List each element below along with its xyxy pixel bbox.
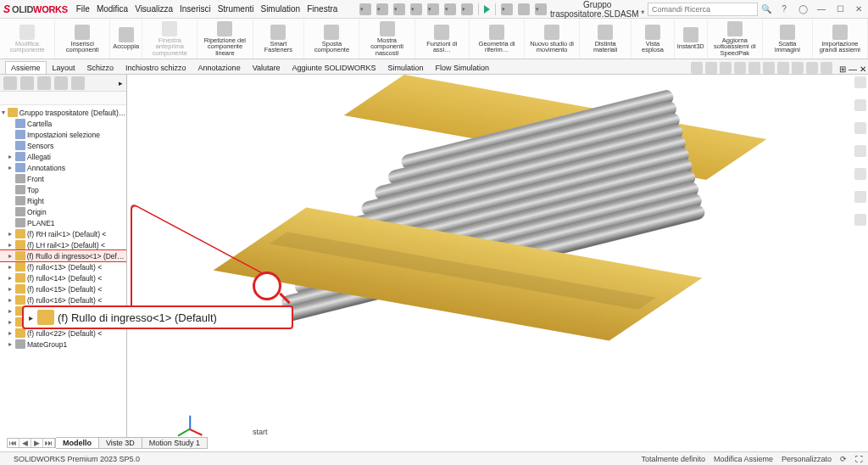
resources-icon[interactable] bbox=[854, 76, 866, 88]
save-icon[interactable] bbox=[410, 3, 422, 15]
display-manager-tab[interactable] bbox=[71, 76, 85, 90]
ribbon-distinta-materiali[interactable]: Distinta materiali bbox=[580, 19, 632, 59]
tree-item[interactable]: Front bbox=[0, 173, 126, 184]
ribbon-mostra-componenti-na[interactable]: Mostra componenti nascosti bbox=[359, 19, 415, 59]
ribbon-aggiorna-sottoassiem[interactable]: Aggiorna sottoassiemi di SpeedPak bbox=[708, 19, 763, 59]
ribbon-sposta-componente[interactable]: Sposta componente bbox=[304, 19, 359, 59]
tree-root[interactable]: ▾ Gruppo traspositatore (Default) <Displ… bbox=[0, 107, 126, 118]
help-icon[interactable]: ? bbox=[778, 4, 790, 14]
ribbon-smart-fasteners[interactable]: Smart Fasteners bbox=[253, 19, 305, 59]
tree-item[interactable]: ▸Allegati bbox=[0, 151, 126, 162]
view-settings-icon[interactable] bbox=[821, 62, 832, 74]
conveyor-model[interactable] bbox=[225, 107, 801, 361]
minimize-button[interactable]: — bbox=[815, 4, 827, 14]
btab-motion-study-1[interactable]: Motion Study 1 bbox=[142, 437, 208, 449]
ribbon-instant-d[interactable]: Instant3D bbox=[675, 19, 708, 59]
tab-valutare[interactable]: Valutare bbox=[247, 61, 287, 74]
rebuild-icon[interactable] bbox=[484, 5, 490, 14]
tree-item[interactable]: ▸(f) rullo<16> (Default) < bbox=[0, 294, 126, 305]
menu-file[interactable]: File bbox=[76, 4, 90, 14]
tree-item[interactable]: ▸(f) RH rail<1> (Default) < bbox=[0, 228, 126, 239]
user-icon[interactable]: ◯ bbox=[797, 4, 809, 14]
ribbon-ripetizione-del-comp[interactable]: Ripetizione del componente lineare bbox=[198, 19, 253, 59]
settings-icon[interactable] bbox=[518, 3, 530, 15]
tab-prev-icon[interactable]: ◀ bbox=[19, 439, 31, 447]
doc-close-icon[interactable]: ✕ bbox=[858, 64, 868, 74]
feature-tree-tab[interactable] bbox=[3, 76, 17, 90]
menu-strumenti[interactable]: Strumenti bbox=[218, 4, 254, 14]
window-icon[interactable] bbox=[535, 3, 547, 15]
btab-modello[interactable]: Modello bbox=[56, 437, 99, 449]
undo-icon[interactable] bbox=[444, 3, 456, 15]
tab-annotazione[interactable]: Annotazione bbox=[192, 61, 247, 74]
home-icon[interactable] bbox=[359, 3, 371, 15]
close-button[interactable]: ✕ bbox=[853, 4, 865, 14]
tree-item[interactable]: Origin bbox=[0, 206, 126, 217]
tree-item[interactable]: ▸Annotations bbox=[0, 162, 126, 173]
status-custom[interactable]: Personalizzato bbox=[782, 455, 832, 463]
menu-modifica[interactable]: Modifica bbox=[97, 4, 128, 14]
scene-icon[interactable] bbox=[806, 62, 818, 74]
view-palette-icon[interactable] bbox=[854, 145, 866, 157]
ribbon-inserisci-componenti[interactable]: Inserisci componenti bbox=[55, 19, 110, 59]
status-rebuild-icon[interactable]: ⟳ bbox=[840, 455, 847, 463]
expand-task-icon[interactable]: ⊞ bbox=[837, 64, 848, 74]
tree-item[interactable]: Right bbox=[0, 195, 126, 206]
command-search-input[interactable] bbox=[648, 3, 758, 16]
tree-item[interactable]: Impostazioni selezione bbox=[0, 129, 126, 140]
search-icon[interactable]: 🔍 bbox=[761, 4, 771, 14]
tab-first-icon[interactable]: ⏮ bbox=[8, 439, 19, 447]
ribbon-scatta-immagini[interactable]: Scatta immagini bbox=[763, 19, 813, 59]
tree-item[interactable]: PLANE1 bbox=[0, 217, 126, 228]
tree-item[interactable]: Cartella bbox=[0, 118, 126, 129]
custom-props-icon[interactable] bbox=[854, 191, 866, 203]
open-icon[interactable] bbox=[393, 3, 405, 15]
graphics-area[interactable]: start bbox=[127, 75, 868, 440]
expand-arrow-icon[interactable]: ▸ bbox=[119, 79, 123, 87]
tree-item[interactable]: ▸(f) Rullo di ingresso<1> (Default) bbox=[0, 250, 126, 261]
tree-item[interactable]: ▸(f) rullo<13> (Default) < bbox=[0, 261, 126, 272]
menu-visualizza[interactable]: Visualizza bbox=[135, 4, 173, 14]
ribbon-vista-esplosa[interactable]: Vista esplosa bbox=[632, 19, 675, 59]
section-view-icon[interactable] bbox=[734, 62, 746, 74]
forum-icon[interactable] bbox=[854, 214, 866, 226]
ribbon-geometria-di-riferim[interactable]: Geometria di riferim… bbox=[470, 19, 525, 59]
dimxpert-tab[interactable] bbox=[54, 76, 68, 90]
view-orient-icon[interactable] bbox=[748, 62, 760, 74]
appearance-icon[interactable] bbox=[792, 62, 804, 74]
tab-schizzo[interactable]: Schizzo bbox=[81, 61, 120, 74]
tree-item[interactable]: ▸(f) rullo<15> (Default) < bbox=[0, 283, 126, 294]
select-icon[interactable] bbox=[461, 3, 473, 15]
tab-inchiostro-schizzo[interactable]: Inchiostro schizzo bbox=[120, 61, 192, 74]
ribbon-importazione-grandi-[interactable]: Importazione grandi assiemi bbox=[813, 19, 868, 59]
tab-layout[interactable]: Layout bbox=[47, 61, 81, 74]
options-icon[interactable] bbox=[501, 3, 513, 15]
tab-flow-simulation[interactable]: Flow Simulation bbox=[430, 61, 496, 74]
tab-last-icon[interactable]: ⏭ bbox=[43, 439, 55, 447]
ribbon-funzioni-di-assi-[interactable]: Funzioni di assi… bbox=[415, 19, 470, 59]
tab-assieme[interactable]: Assieme bbox=[5, 61, 47, 74]
tab-next-icon[interactable]: ▶ bbox=[31, 439, 43, 447]
print-icon[interactable] bbox=[427, 3, 439, 15]
menu-simulation[interactable]: Simulation bbox=[260, 4, 300, 14]
zoom-fit-icon[interactable] bbox=[691, 62, 703, 74]
file-explorer-icon[interactable] bbox=[854, 122, 866, 134]
tab-simulation[interactable]: Simulation bbox=[382, 61, 430, 74]
tree-item[interactable]: ▸(f) rullo<14> (Default) < bbox=[0, 272, 126, 283]
orientation-triad[interactable] bbox=[185, 409, 210, 434]
tab-aggiunte-solidworks[interactable]: Aggiunte SOLIDWORKS bbox=[287, 61, 382, 74]
display-style-icon[interactable] bbox=[763, 62, 775, 74]
config-manager-tab[interactable] bbox=[37, 76, 51, 90]
tree-item[interactable]: ▸MateGroup1 bbox=[0, 339, 126, 350]
maximize-button[interactable]: ☐ bbox=[834, 4, 846, 14]
ribbon-nuovo-studio-di-movi[interactable]: Nuovo studio di movimento bbox=[525, 19, 580, 59]
feature-filter-bar[interactable] bbox=[0, 92, 126, 105]
prev-view-icon[interactable] bbox=[720, 62, 732, 74]
ribbon-accoppia[interactable]: Accoppia bbox=[110, 19, 142, 59]
property-manager-tab[interactable] bbox=[20, 76, 34, 90]
design-library-icon[interactable] bbox=[854, 99, 866, 111]
tree-item[interactable]: Sensors bbox=[0, 140, 126, 151]
new-icon[interactable] bbox=[376, 3, 388, 15]
menu-inserisci[interactable]: Inserisci bbox=[180, 4, 211, 14]
collapse-icon[interactable]: — bbox=[848, 64, 858, 74]
